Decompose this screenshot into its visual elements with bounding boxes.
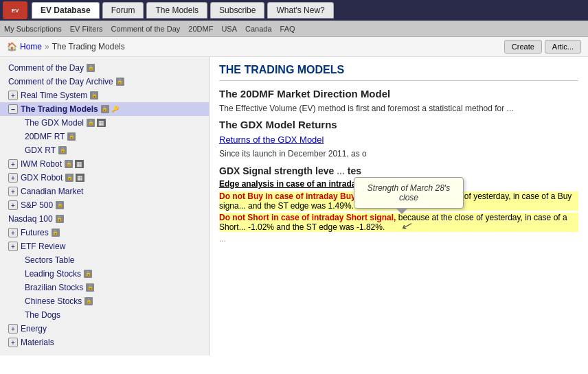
- callout-tooltip: Strength of March 28's close ↙: [354, 177, 464, 209]
- trading-models-label: The Trading Models: [21, 104, 98, 114]
- create-button[interactable]: Create: [504, 40, 542, 54]
- sidebar-item-sectors-table[interactable]: Sectors Table: [0, 253, 209, 267]
- sidebar-item-sp500[interactable]: + S&P 500 🔒: [0, 198, 209, 212]
- home-link[interactable]: Home: [20, 42, 42, 51]
- sidebar-item-the-dogs[interactable]: The Dogs: [0, 308, 209, 322]
- main-layout: Comment of the Day 🔒 Comment of the Day …: [0, 57, 588, 355]
- gdx-robot-label: GDX Robot: [21, 173, 63, 183]
- nasdaq100-label: Nasdaq 100: [8, 214, 53, 224]
- sidebar-item-chinese-stocks[interactable]: Chinese Stocks 🔒: [0, 294, 209, 308]
- real-time-label: Real Time System: [21, 91, 87, 100]
- expand-icon-10[interactable]: +: [8, 200, 18, 210]
- 20dmf-link[interactable]: 20DMF: [188, 25, 213, 33]
- breadcrumb-separator: »: [45, 42, 49, 51]
- comment-archive-label: Comment of the Day Archive: [8, 77, 113, 86]
- etf-review-label: ETF Review: [21, 242, 65, 251]
- expand-icon-19[interactable]: +: [8, 324, 18, 334]
- sidebar-item-gdx-robot[interactable]: + GDX Robot 🔒 ▦: [0, 171, 209, 185]
- home-icon: 🏠: [7, 42, 17, 51]
- tab-whats-new[interactable]: What's New?: [267, 2, 333, 19]
- iwm-robot-label: IWM Robot: [21, 159, 62, 169]
- section2-heading: The GDX Model Returns: [219, 119, 578, 130]
- expand-icon-8[interactable]: +: [8, 173, 18, 183]
- sidebar-item-futures[interactable]: + Futures 🔒: [0, 226, 209, 239]
- sidebar-item-nasdaq100[interactable]: Nasdaq 100 🔒: [0, 212, 209, 226]
- lock-icon-2: 🔒: [90, 91, 98, 100]
- top-navigation: EV EV Database Forum The Models Subscrib…: [0, 0, 588, 21]
- sidebar-item-real-time[interactable]: + Real Time System 🔒: [0, 89, 209, 102]
- section3-heading: GDX Signal strength leve ... tes: [219, 165, 578, 176]
- sidebar-item-gdx-model[interactable]: The GDX Model 🔒 ▦: [0, 116, 209, 130]
- content-ellipsis: ...: [219, 234, 578, 244]
- the-dogs-label: The Dogs: [25, 310, 60, 320]
- canadian-market-label: Canadian Market: [21, 187, 83, 196]
- lock-icon-0: 🔒: [87, 64, 95, 72]
- lock-icon-8: 🔒: [65, 174, 74, 182]
- sidebar-item-etf-review[interactable]: + ETF Review: [0, 239, 209, 253]
- my-subscriptions-link[interactable]: My Subscriptions: [4, 25, 62, 33]
- content-area: THE TRADING MODELS The 20DMF Market Dire…: [210, 57, 588, 355]
- lock-icon-17: 🔒: [84, 297, 93, 305]
- lock-icon-16: 🔒: [86, 283, 94, 292]
- lock-icon-11: 🔒: [56, 215, 64, 223]
- expand-icon-2[interactable]: +: [8, 91, 18, 100]
- expand-icon-12[interactable]: +: [8, 228, 18, 237]
- sidebar-item-energy[interactable]: + Energy: [0, 322, 209, 336]
- sidebar-item-iwm-robot[interactable]: + IWM Robot 🔒 ▦: [0, 157, 209, 171]
- sidebar-item-canadian-market[interactable]: + Canadian Market: [0, 185, 209, 198]
- article-button[interactable]: Artic...: [545, 40, 581, 54]
- lock-icon-7: 🔒: [65, 160, 73, 168]
- expand-icon-7[interactable]: +: [8, 159, 18, 169]
- section2-link[interactable]: Returns of the GDX Model: [219, 135, 578, 145]
- lock-icon-5: 🔒: [67, 132, 76, 141]
- lock-icon-4: 🔒: [87, 119, 95, 127]
- logo: EV: [3, 1, 27, 19]
- expand-icon-9[interactable]: +: [8, 187, 18, 196]
- brazilian-stocks-label: Brazilian Stocks: [25, 283, 83, 292]
- comment-of-day-label: Comment of the Day: [8, 63, 84, 73]
- futures-label: Futures: [21, 228, 49, 237]
- secondary-navigation: My Subscriptions EV Filters Comment of t…: [0, 21, 588, 37]
- expand-icon-13[interactable]: +: [8, 242, 18, 251]
- 20dmf-rt-label: 20DMF RT: [25, 132, 65, 141]
- sidebar-item-brazilian-stocks[interactable]: Brazilian Stocks 🔒: [0, 281, 209, 294]
- lock-icon-6: 🔒: [58, 146, 67, 154]
- warn2-prefix: Do not Short in case of intraday Short s…: [219, 213, 396, 222]
- tab-forum[interactable]: Forum: [102, 2, 144, 19]
- usa-link[interactable]: USA: [221, 25, 237, 33]
- expand-icon-20[interactable]: +: [8, 338, 18, 347]
- materials-label: Materials: [21, 338, 54, 347]
- breadcrumb: 🏠 Home » The Trading Models: [7, 42, 125, 51]
- lock-icon-15: 🔒: [84, 270, 92, 278]
- ev-filters-link[interactable]: EV Filters: [70, 25, 103, 33]
- comment-of-day-link[interactable]: Comment of the Day: [111, 25, 180, 33]
- leading-stocks-label: Leading Stocks: [25, 269, 81, 279]
- lock-icon-3: 🔒: [101, 105, 109, 113]
- breadcrumb-current: The Trading Models: [52, 42, 125, 51]
- faq-link[interactable]: FAQ: [280, 25, 295, 33]
- sidebar-item-materials[interactable]: + Materials: [0, 336, 209, 349]
- sidebar-item-leading-stocks[interactable]: Leading Stocks 🔒: [0, 267, 209, 281]
- canada-link[interactable]: Canada: [245, 25, 272, 33]
- gdx-rt-label: GDX RT: [25, 145, 56, 155]
- sidebar-item-20dmf-rt[interactable]: 20DMF RT 🔒: [0, 130, 209, 143]
- sidebar: Comment of the Day 🔒 Comment of the Day …: [0, 57, 210, 355]
- callout-text: Strength of March 28's close: [368, 183, 450, 202]
- sp500-label: S&P 500: [21, 200, 53, 210]
- chinese-stocks-label: Chinese Stocks: [25, 296, 82, 306]
- sidebar-item-gdx-rt[interactable]: GDX RT 🔒: [0, 143, 209, 157]
- sidebar-item-trading-models[interactable]: – The Trading Models 🔒 🔑: [0, 102, 209, 116]
- gdx-model-label: The GDX Model: [25, 118, 84, 128]
- sidebar-item-comment-archive[interactable]: Comment of the Day Archive 🔒: [0, 75, 209, 89]
- sidebar-item-comment-of-day[interactable]: Comment of the Day 🔒: [0, 61, 209, 75]
- lock-icon-10: 🔒: [56, 201, 64, 209]
- lock-icon-12: 🔒: [52, 229, 60, 237]
- expand-icon-3[interactable]: –: [8, 104, 18, 114]
- tab-ev-database[interactable]: EV Database: [32, 2, 100, 19]
- tab-subscribe[interactable]: Subscribe: [210, 2, 264, 19]
- section2-text: Since its launch in December 2011, as o: [219, 149, 578, 159]
- section1-text: The Effective Volume (EV) method is firs…: [219, 104, 578, 113]
- section1-heading: The 20DMF Market Direction Model: [219, 88, 578, 100]
- tab-models[interactable]: The Models: [146, 2, 207, 19]
- page-title: THE TRADING MODELS: [219, 64, 578, 81]
